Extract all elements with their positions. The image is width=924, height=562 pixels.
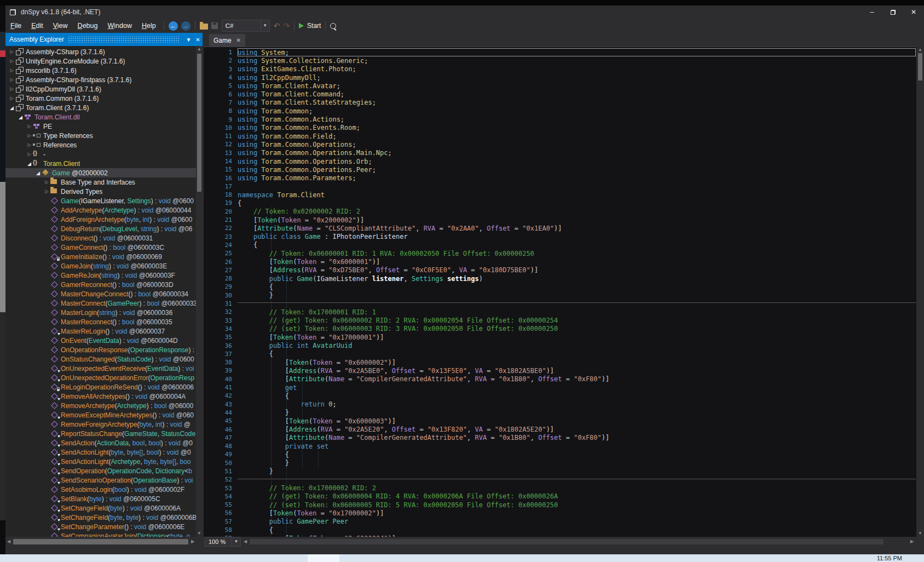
- tree-item[interactable]: ♥OnUnexpectedEventReceive(EventData) : v…: [5, 364, 196, 373]
- tree-item[interactable]: ▷PE: [5, 122, 196, 131]
- tree-item[interactable]: MasterChangeConnect() : bool @06000034: [5, 289, 196, 299]
- expander-expanded-icon[interactable]: ◢: [9, 105, 15, 111]
- close-button[interactable]: ✕: [903, 6, 924, 18]
- expander-collapsed-icon[interactable]: ▷: [9, 68, 15, 73]
- tree-item[interactable]: OnStatusChanged(StatusCode) : void @0600: [5, 354, 196, 364]
- scroll-right-icon[interactable]: ▶: [909, 538, 915, 545]
- tree-item[interactable]: ▷Toram.Common (3.7.1.6): [5, 94, 196, 103]
- tree-item[interactable]: ♥RemoveExceptMineArchetypes() : void @06…: [5, 410, 196, 420]
- restore-button[interactable]: [882, 6, 903, 18]
- tree-item[interactable]: MasterReconnect() : bool @06000035: [5, 317, 196, 326]
- tree-item[interactable]: OnOperationResponse(OperationResponse) :: [5, 345, 196, 354]
- tree-item[interactable]: ♥SendActionLight(byte, byte[], bool) : v…: [5, 448, 196, 457]
- tree-item[interactable]: Game(IGameListener, Settings) : void @06…: [5, 196, 196, 205]
- tree-item[interactable]: GameInitialize() : void @06000069: [5, 252, 196, 261]
- menu-edit[interactable]: Edit: [26, 20, 48, 32]
- tab-close-icon[interactable]: ✕: [236, 37, 241, 43]
- tree-item[interactable]: Disconnect() : void @06000031: [5, 233, 196, 243]
- navigate-back-button[interactable]: ←: [167, 20, 180, 32]
- tree-item[interactable]: GameConnect() : bool @0600003C: [5, 243, 196, 252]
- expander-expanded-icon[interactable]: ◢: [26, 161, 32, 167]
- tree-item[interactable]: MasterLogin(string) : void @06000036: [5, 308, 196, 317]
- scroll-right-icon[interactable]: ▶: [189, 538, 196, 545]
- tree-item[interactable]: GamerReconnect() : bool @0600003D: [5, 280, 196, 289]
- expander-collapsed-icon[interactable]: ▷: [26, 142, 32, 147]
- expander-collapsed-icon[interactable]: ▷: [44, 189, 50, 194]
- tree-item[interactable]: SetAsobimoLogin(bool) : void @0600002F: [5, 485, 196, 494]
- tree-item[interactable]: ▷References: [5, 140, 196, 150]
- tree-item[interactable]: AddArchetype(Archetype) : void @06000044: [5, 205, 196, 215]
- tree-item[interactable]: ♥SetBlank(byte) : void @0600005C: [5, 494, 196, 503]
- editor-vertical-scrollbar[interactable]: ▲ ▼: [916, 47, 924, 537]
- tree-item[interactable]: GameJoin(string) : void @0600003E: [5, 261, 196, 271]
- expander-collapsed-icon[interactable]: ▷: [9, 96, 15, 101]
- tab-game[interactable]: Game ✕: [209, 34, 245, 47]
- tree-item[interactable]: ♥OnUnexpectedOperationError(OperationRes…: [5, 373, 196, 382]
- expander-collapsed-icon[interactable]: ▷: [26, 124, 32, 129]
- start-debug-button[interactable]: Start: [297, 20, 322, 32]
- tree-item[interactable]: MasterConnect(GamePeer) : bool @06000033: [5, 299, 196, 308]
- tree-item[interactable]: OnEvent(EventData) : void @0600004D: [5, 336, 196, 345]
- navigate-forward-button[interactable]: →: [180, 20, 192, 32]
- tree-item[interactable]: ♥RemoveAllArchetypes() : void @0600004A: [5, 392, 196, 401]
- tree-item[interactable]: ♥ReportStatusChange(GameState, StatusCod…: [5, 429, 196, 438]
- assembly-tree[interactable]: ▷Assembly-CSharp (3.7.1.6)▷UnityEngine.C…: [5, 46, 196, 537]
- tree-vertical-scrollbar[interactable]: ▲ ▼: [196, 46, 203, 537]
- scroll-left-icon[interactable]: ◀: [5, 538, 12, 545]
- minimize-button[interactable]: –: [862, 6, 882, 18]
- tree-item[interactable]: ◢Toram.Client: [5, 159, 196, 168]
- scroll-up-icon[interactable]: ▲: [196, 46, 203, 53]
- tree-item[interactable]: ♥SendOperation(OperationCode, Dictionary…: [5, 466, 196, 475]
- expander-expanded-icon[interactable]: ◢: [18, 114, 24, 120]
- scrollbar-thumb[interactable]: [250, 539, 883, 544]
- menu-file[interactable]: File: [5, 20, 26, 32]
- expander-collapsed-icon[interactable]: ▷: [44, 180, 50, 185]
- tree-item[interactable]: ▷mscorlib (3.7.1.6): [5, 66, 196, 75]
- chevron-down-icon[interactable]: ▼: [184, 37, 193, 43]
- expander-collapsed-icon[interactable]: ▷: [9, 77, 15, 82]
- tree-item[interactable]: ♥SetChangeParameter() : void @0600006E: [5, 522, 196, 531]
- tree-item[interactable]: ▷Assembly-CSharp-firstpass (3.7.1.6): [5, 75, 196, 84]
- tree-item[interactable]: ◢Toram.Client.dll: [5, 112, 196, 122]
- tree-item[interactable]: ♥SendScenarioOperation(OperationBase) : …: [5, 475, 196, 485]
- scroll-down-icon[interactable]: ▼: [916, 530, 924, 537]
- menu-help[interactable]: Help: [137, 20, 161, 32]
- scroll-up-icon[interactable]: ▲: [916, 47, 924, 53]
- tree-item[interactable]: GameReJoin(string) : void @0600003F: [5, 271, 196, 280]
- expander-collapsed-icon[interactable]: ▷: [9, 49, 15, 54]
- tree-item[interactable]: ♥SetChangeField(byte) : void @0600006A: [5, 503, 196, 513]
- code-editor[interactable]: 1using System;2using System.Collections.…: [204, 47, 916, 537]
- explorer-header[interactable]: Assembly Explorer ▼ ✕: [5, 33, 203, 46]
- scroll-down-icon[interactable]: ▼: [196, 530, 203, 537]
- expander-collapsed-icon[interactable]: ▷: [9, 59, 15, 64]
- tree-item[interactable]: ♥MasterReLogin() : void @06000037: [5, 326, 196, 336]
- tree-item[interactable]: ◢Game @02000002: [5, 168, 196, 177]
- open-file-button[interactable]: [198, 20, 210, 32]
- tree-item[interactable]: ♥SendActionLight(Archetype, byte, byte[]…: [5, 457, 196, 466]
- redo-button[interactable]: ↷: [281, 20, 291, 32]
- scrollbar-thumb[interactable]: [197, 54, 201, 192]
- expander-collapsed-icon[interactable]: ▷: [9, 87, 15, 91]
- scrollbar-thumb[interactable]: [918, 53, 922, 81]
- close-icon[interactable]: ✕: [193, 37, 203, 43]
- scrollbar-thumb[interactable]: [13, 539, 188, 544]
- tree-item[interactable]: ♥SendAction(ActionData, bool, bool) : vo…: [5, 438, 196, 448]
- tree-item[interactable]: ▷Derived Types: [5, 187, 196, 196]
- tree-horizontal-scrollbar[interactable]: ◀ ▶: [5, 537, 196, 547]
- expander-collapsed-icon[interactable]: ▷: [26, 133, 32, 138]
- save-all-button[interactable]: [210, 20, 220, 32]
- expander-expanded-icon[interactable]: ◢: [35, 170, 41, 176]
- scroll-left-icon[interactable]: ◀: [242, 538, 249, 545]
- menu-view[interactable]: View: [48, 20, 73, 32]
- tree-item[interactable]: ◢Toram.Client (3.7.1.6): [5, 103, 196, 112]
- tree-item[interactable]: ReLoginOperationReSend() : void @0600006: [5, 382, 196, 392]
- expander-collapsed-icon[interactable]: ▷: [26, 152, 32, 157]
- menu-window[interactable]: Window: [102, 20, 136, 32]
- editor-horizontal-scrollbar[interactable]: ◀ ▶: [241, 537, 916, 547]
- tree-item[interactable]: RemoveArchetype(Archetype) : bool @06000: [5, 401, 196, 410]
- tree-item[interactable]: ♥SetChangeField(byte, byte) : void @0600…: [5, 513, 196, 522]
- tree-item[interactable]: ▷Type References: [5, 131, 196, 140]
- zoom-combob ox[interactable]: 100 % ▼: [205, 537, 241, 547]
- tree-item[interactable]: ▷-: [5, 150, 196, 159]
- tree-item[interactable]: ♥SetCompanionAvatarJoin(Dictionary<byte,…: [5, 531, 196, 537]
